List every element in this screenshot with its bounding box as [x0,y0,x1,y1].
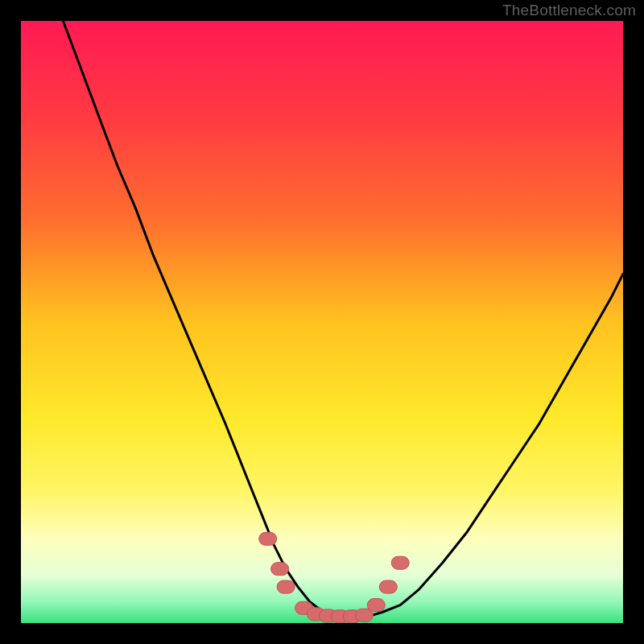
watermark-text: TheBottleneck.com [502,2,636,19]
curve-marker [259,532,277,545]
chart-background [21,21,623,623]
curve-marker [277,580,295,593]
bottleneck-chart [21,21,623,623]
curve-marker [379,580,397,593]
curve-marker [271,563,289,576]
curve-marker [367,599,385,612]
curve-marker [391,556,409,569]
chart-frame: TheBottleneck.com [0,0,644,644]
